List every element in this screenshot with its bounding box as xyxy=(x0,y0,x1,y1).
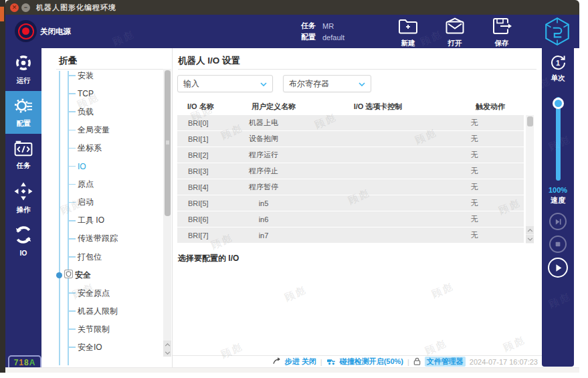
tree-connector xyxy=(68,166,76,167)
table-row[interactable]: BRI[7]in7无 xyxy=(177,227,524,243)
table-row[interactable]: BRI[1]设备抱闸无 xyxy=(177,131,524,147)
step-forward-button[interactable] xyxy=(549,213,567,230)
single-cycle-icon[interactable]: 1 xyxy=(549,54,567,71)
config-icon xyxy=(14,97,33,117)
sidebar-item-run[interactable]: 运行 xyxy=(5,48,41,91)
scroll-down-button[interactable] xyxy=(163,349,171,357)
sidebar-item-io[interactable]: IO xyxy=(5,219,41,262)
table-row[interactable]: BRI[0]机器上电无 xyxy=(177,115,524,130)
scroll-down-button[interactable] xyxy=(526,235,534,243)
lock-icon xyxy=(413,357,421,367)
new-button[interactable]: 新建 xyxy=(392,17,424,48)
tree-item-4[interactable]: 全局变量 xyxy=(68,124,110,136)
tree-scrollbar[interactable] xyxy=(163,69,171,357)
sidebar-item-label: 配置 xyxy=(17,119,31,128)
step-mode-status[interactable]: 步进 关闭 xyxy=(285,357,316,367)
tree-item-label: 坐标系 xyxy=(78,143,102,154)
tree-item-1[interactable]: 安装 xyxy=(68,70,94,82)
desktop-accent xyxy=(0,7,4,21)
action-label: 打开 xyxy=(448,39,462,48)
single-cycle-label: 单次 xyxy=(542,74,574,83)
tree-item-label: TCP xyxy=(78,89,94,98)
table-row[interactable]: BRI[2]程序运行无 xyxy=(177,147,524,163)
stop-button[interactable] xyxy=(549,235,567,253)
window-minimize-button[interactable]: − xyxy=(21,3,30,12)
tree-item-5[interactable]: 坐标系 xyxy=(68,142,102,154)
tree-item-6[interactable]: IO xyxy=(68,161,86,173)
table-row[interactable]: BRI[4]程序暂停无 xyxy=(177,179,524,195)
tree-item-8[interactable]: 启动 xyxy=(68,197,94,209)
collision-icon xyxy=(326,357,336,367)
scroll-up-button[interactable] xyxy=(163,341,171,349)
action-label: 保存 xyxy=(495,39,509,48)
tree-item-7[interactable]: 原点 xyxy=(68,179,94,191)
table-row[interactable]: BRI[6]in6无 xyxy=(177,211,524,227)
tree-item-safety-4[interactable]: 安全IO xyxy=(68,341,102,353)
tree-item-safety[interactable]: 安全 xyxy=(56,269,91,281)
tree-item-label: 工具 IO xyxy=(78,215,104,226)
cell-user_name: 设备抱闸 xyxy=(227,134,300,144)
tree-item-label: IO xyxy=(78,162,86,171)
topbar: 关闭电源 任务 MR 配置 default 新建打开保存 xyxy=(5,15,579,48)
action-label: 新建 xyxy=(401,39,415,48)
scroll-up-button[interactable] xyxy=(526,226,534,234)
collision-detection-status[interactable]: 碰撞检测开启(50%) xyxy=(340,357,403,367)
dropdown-value: 输入 xyxy=(183,78,199,90)
save-button[interactable]: 保存 xyxy=(486,17,518,48)
main-panel: 机器人 I/O 设置 输入 布尔寄存器 I/O 名称 用户定义名称 I/O 选项… xyxy=(173,48,542,355)
tree-item-label: 全局变量 xyxy=(78,124,110,136)
tree-item-label: 安全IO xyxy=(78,342,102,353)
chevron-down-icon xyxy=(260,79,267,88)
scrollbar-thumb[interactable] xyxy=(527,116,533,126)
window-close-button[interactable]: ✕ xyxy=(10,3,19,12)
cell-name: BRI[3] xyxy=(177,167,227,175)
scrollbar-thumb[interactable] xyxy=(165,70,171,216)
config-label: 配置 xyxy=(301,32,316,42)
run-icon xyxy=(15,54,32,74)
column-header: I/O 名称 xyxy=(187,102,214,112)
cell-user_name: 程序停止 xyxy=(227,166,300,176)
tree-item-2[interactable]: TCP xyxy=(68,88,94,100)
tree-connector xyxy=(68,111,76,112)
tree-collapse-button[interactable]: 折叠 xyxy=(59,55,77,67)
table-scrollbar[interactable] xyxy=(526,115,534,244)
tree-item-label: 负载 xyxy=(78,106,94,118)
cell-name: BRI[0] xyxy=(177,119,227,127)
speed-slider[interactable] xyxy=(556,97,561,181)
select-io-label: 选择要配置的 I/O xyxy=(178,253,239,264)
right-rail: 1 单次 100% 速度 xyxy=(542,48,574,367)
tree-connector xyxy=(68,292,76,294)
speed-value: 100% xyxy=(542,186,574,194)
io-direction-dropdown[interactable]: 输入 xyxy=(177,75,273,92)
io-type-dropdown[interactable]: 布尔寄存器 xyxy=(283,75,371,92)
task-label: 任务 xyxy=(301,21,316,31)
tree-connector xyxy=(68,256,76,258)
tree-item-11[interactable]: 打包位 xyxy=(68,251,102,263)
dropdown-value: 布尔寄存器 xyxy=(289,78,329,90)
sidebar-item-task[interactable]: 任务 xyxy=(5,134,41,177)
table-row[interactable]: BRI[3]程序停止无 xyxy=(177,163,524,179)
play-button[interactable] xyxy=(548,258,568,278)
column-header: I/O 选项卡控制 xyxy=(338,102,418,112)
tree-item-safety-1[interactable]: 安全原点 xyxy=(68,287,110,299)
cell-user_name: in7 xyxy=(227,231,300,240)
table-row[interactable]: BRI[5]in5无 xyxy=(177,195,524,211)
tree-item-3[interactable]: 负载 xyxy=(68,106,94,118)
open-button[interactable]: 打开 xyxy=(439,17,471,48)
speed-slider-knob[interactable] xyxy=(553,98,564,109)
tree-item-9[interactable]: 工具 IO xyxy=(68,215,104,227)
tree-item-label: 安全原点 xyxy=(78,288,110,299)
file-manager-button[interactable]: 文件管理器 xyxy=(425,357,466,367)
window-bottom-edge xyxy=(5,367,579,373)
brand-logo xyxy=(545,17,570,46)
step-icon xyxy=(272,357,281,366)
cell-trigger: 无 xyxy=(442,150,506,160)
sidebar-item-config[interactable]: 配置 xyxy=(5,91,41,134)
power-button[interactable] xyxy=(15,20,37,42)
cell-user_name: in5 xyxy=(227,199,300,207)
sidebar-item-label: 操作 xyxy=(17,205,31,215)
tree-item-10[interactable]: 传送带跟踪 xyxy=(68,233,118,245)
sidebar-item-move[interactable]: 操作 xyxy=(5,177,41,219)
tree-item-safety-2[interactable]: 机器人限制 xyxy=(68,305,118,317)
tree-item-safety-3[interactable]: 关节限制 xyxy=(68,323,110,335)
